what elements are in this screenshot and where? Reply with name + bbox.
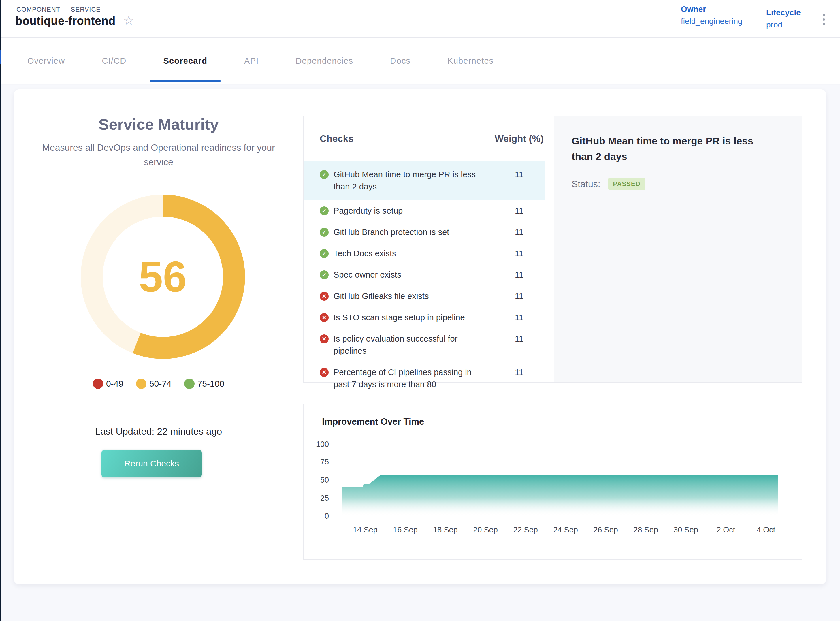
improvement-chart: Improvement Over Time 100755025014 Sep16… — [303, 404, 802, 560]
check-row[interactable]: ✕Is policy evaluation successful for pip… — [304, 328, 545, 362]
x-axis-tick: 30 Sep — [674, 526, 698, 535]
check-weight: 11 — [495, 205, 545, 217]
check-row[interactable]: ✓GitHub Mean time to merge PR is less th… — [304, 161, 545, 200]
weight-column-header: Weight (%) — [495, 133, 545, 144]
x-axis-tick: 2 Oct — [717, 526, 736, 535]
check-weight: 11 — [495, 247, 545, 259]
check-weight: 11 — [495, 226, 545, 238]
legend-item: 75-100 — [184, 379, 224, 389]
x-axis-tick: 28 Sep — [633, 526, 658, 535]
check-label: Tech Docs exists — [333, 247, 495, 259]
checks-panel: Checks Weight (%) ✓GitHub Mean time to m… — [303, 116, 802, 383]
x-axis-tick: 18 Sep — [433, 526, 458, 535]
score-legend: 0-4950-7475-100 — [14, 379, 303, 389]
x-axis-tick: 22 Sep — [513, 526, 538, 535]
scorecard-title: Service Maturity — [14, 115, 303, 133]
scorecard-card: Service Maturity Measures all DevOps and… — [14, 89, 826, 584]
check-row[interactable]: ✕Is STO scan stage setup in pipeline11 — [304, 307, 545, 328]
tab-dependencies[interactable]: Dependencies — [282, 38, 366, 83]
check-weight: 11 — [495, 333, 545, 345]
check-passed-icon: ✓ — [320, 270, 328, 279]
check-row[interactable]: ✕Percentage of CI pipelines passing in p… — [304, 362, 545, 395]
tab-overview[interactable]: Overview — [14, 38, 78, 83]
y-axis-tick: 50 — [312, 476, 329, 485]
x-axis-tick: 26 Sep — [593, 526, 618, 535]
check-weight: 11 — [495, 290, 545, 302]
lifecycle-value: prod — [766, 20, 801, 29]
rerun-checks-button[interactable]: Rerun Checks — [101, 450, 202, 477]
score-value: 56 — [81, 195, 245, 359]
check-label: Is STO scan stage setup in pipeline — [333, 311, 495, 324]
score-donut-chart: 56 — [81, 195, 245, 359]
check-row[interactable]: ✓Spec owner exists11 — [304, 264, 545, 285]
check-weight: 11 — [495, 311, 545, 324]
kebab-menu-icon[interactable] — [820, 12, 827, 28]
check-detail-panel: GitHub Mean time to merge PR is less tha… — [554, 117, 802, 382]
status-badge: PASSED — [608, 177, 646, 190]
check-label: GitHub Mean time to merge PR is less tha… — [333, 168, 495, 192]
checks-table: Checks Weight (%) ✓GitHub Mean time to m… — [304, 117, 554, 382]
legend-dot — [136, 379, 147, 389]
page-header: COMPONENT — SERVICE boutique-frontend ☆ … — [0, 0, 840, 38]
y-axis-tick: 100 — [312, 440, 329, 449]
legend-item: 50-74 — [136, 379, 171, 389]
x-axis-tick: 4 Oct — [757, 526, 775, 535]
owner-value[interactable]: field_engineering — [681, 17, 742, 26]
scorecard-subtitle: Measures all DevOps and Operational read… — [35, 141, 283, 169]
check-label: Percentage of CI pipelines passing in pa… — [333, 366, 495, 390]
check-detail-title: GitHub Mean time to merge PR is less tha… — [572, 133, 773, 164]
check-label: GitHub Branch protection is set — [333, 226, 495, 238]
check-passed-icon: ✓ — [320, 249, 328, 258]
check-label: GitHub Gitleaks file exists — [333, 290, 495, 302]
y-axis-tick: 0 — [312, 512, 329, 521]
check-label: Spec owner exists — [333, 269, 495, 281]
check-row[interactable]: ✓GitHub Branch protection is set11 — [304, 221, 545, 243]
check-weight: 11 — [495, 366, 545, 378]
score-summary: Service Maturity Measures all DevOps and… — [14, 89, 303, 169]
tab-scorecard[interactable]: Scorecard — [150, 38, 221, 83]
y-axis-tick: 75 — [312, 457, 329, 467]
check-failed-icon: ✕ — [320, 335, 328, 343]
breadcrumb: COMPONENT — SERVICE — [17, 6, 101, 13]
x-axis-tick: 20 Sep — [473, 526, 498, 535]
x-axis-tick: 14 Sep — [353, 526, 378, 535]
legend-dot — [93, 379, 103, 389]
x-axis-tick: 16 Sep — [393, 526, 418, 535]
tab-docs[interactable]: Docs — [377, 38, 424, 83]
check-label: Is policy evaluation successful for pipe… — [333, 333, 495, 357]
tab-ci-cd[interactable]: CI/CD — [88, 38, 139, 83]
check-failed-icon: ✕ — [320, 313, 328, 322]
check-row[interactable]: ✓Pagerduty is setup11 — [304, 200, 545, 221]
tab-kubernetes[interactable]: Kubernetes — [434, 38, 507, 83]
check-weight: 11 — [495, 168, 545, 180]
checks-column-header: Checks — [320, 133, 495, 144]
legend-item: 0-49 — [93, 379, 123, 389]
sidebar-active-indicator — [0, 50, 2, 64]
check-row[interactable]: ✕GitHub Gitleaks file exists11 — [304, 285, 545, 307]
collapsed-sidebar-edge — [0, 0, 2, 621]
x-axis-tick: 24 Sep — [553, 526, 578, 535]
area-chart-svg — [304, 404, 802, 560]
check-passed-icon: ✓ — [320, 170, 328, 179]
owner-label: Owner — [681, 5, 742, 14]
page-title: boutique-frontend — [15, 14, 116, 27]
y-axis-tick: 25 — [312, 494, 329, 503]
legend-dot — [184, 379, 195, 389]
favorite-star-icon[interactable]: ☆ — [123, 14, 134, 27]
check-failed-icon: ✕ — [320, 368, 328, 377]
check-row[interactable]: ✓Tech Docs exists11 — [304, 243, 545, 264]
check-failed-icon: ✕ — [320, 292, 328, 301]
tab-api[interactable]: API — [231, 38, 272, 83]
last-updated-text: Last Updated: 22 minutes ago — [14, 426, 303, 437]
check-passed-icon: ✓ — [320, 228, 328, 237]
check-label: Pagerduty is setup — [333, 205, 495, 217]
check-weight: 11 — [495, 269, 545, 281]
status-label: Status: — [572, 179, 601, 189]
check-passed-icon: ✓ — [320, 206, 328, 215]
lifecycle-label: Lifecycle — [766, 8, 801, 17]
tab-bar: OverviewCI/CDScorecardAPIDependenciesDoc… — [0, 38, 840, 83]
